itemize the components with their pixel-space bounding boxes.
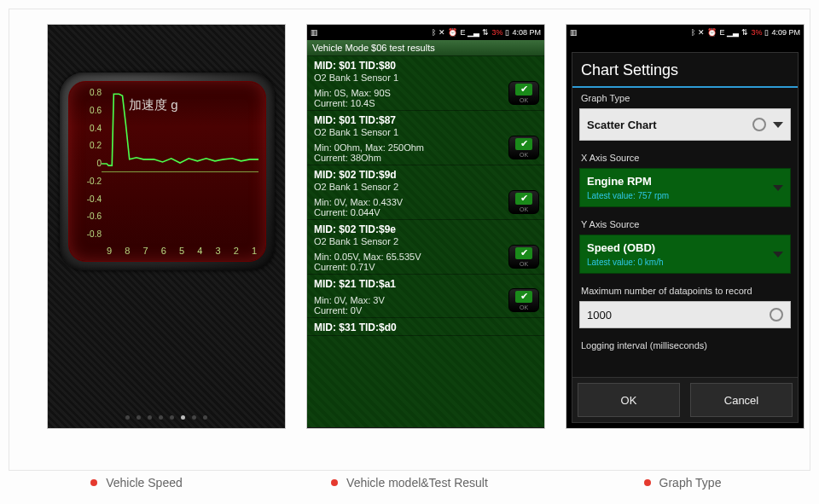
graph-type-spinner[interactable]: Scatter Chart <box>579 108 791 141</box>
result-block: MID: $01 TID:$87O2 Bank 1 Sensor 1Min: 0… <box>307 111 544 165</box>
status-bar: ▥ ᛒ ✕ ⏰ E ▁▃ ⇅ 3% ▯ 4:09 PM <box>566 25 804 40</box>
caption-2: Vehicle model&Test Result <box>346 476 488 490</box>
page-indicator[interactable] <box>48 415 285 420</box>
edge-icon: E <box>460 28 465 37</box>
wifi-icon: ⇅ <box>741 28 748 37</box>
label-x-axis: X Axis Source <box>572 148 798 165</box>
screen-title: Vehicle Mode $06 test results <box>307 40 544 56</box>
app-icon: ▥ <box>570 28 578 37</box>
battery-pct: 3% <box>751 28 762 37</box>
result-subtitle: O2 Bank 1 Sensor 1 <box>314 127 537 137</box>
result-values: Min: 0Ohm, Max: 250Ohm Current: 38Ohm <box>314 142 537 163</box>
gauge-x-axis: 1 2 3 4 5 6 7 8 9 <box>107 246 257 256</box>
gallery-frame: 加速度 g 0.8 0.6 0.4 0.2 0 -0.2 -0.4 -0.6 -… <box>9 9 810 471</box>
radio-icon <box>752 118 766 131</box>
label-logging-interval: Logging interval (milliseconds) <box>572 335 798 352</box>
x-axis-spinner[interactable]: Engine RPM Latest value: 757 rpm <box>579 168 791 207</box>
phone-screenshot-1: 加速度 g 0.8 0.6 0.4 0.2 0 -0.2 -0.4 -0.6 -… <box>47 24 286 429</box>
result-ok-button[interactable]: ✔OK <box>508 288 539 312</box>
result-ok-button[interactable]: ✔OK <box>508 190 539 214</box>
result-subtitle: O2 Bank 1 Sensor 1 <box>314 72 537 83</box>
result-subtitle: O2 Bank 1 Sensor 2 <box>314 182 537 192</box>
results-list[interactable]: MID: $01 TID:$80O2 Bank 1 Sensor 1Min: 0… <box>307 56 544 427</box>
result-block: MID: $21 TID:$a1Min: 0V, Max: 3V Current… <box>307 275 544 318</box>
result-ok-button[interactable]: ✔OK <box>508 81 539 105</box>
bluetooth-icon: ᛒ <box>432 28 436 37</box>
mute-icon: ✕ <box>439 28 445 37</box>
signal-icon: ▁▃ <box>468 28 479 37</box>
result-values: Min: 0V, Max: 0.433V Current: 0.044V <box>314 197 537 217</box>
result-header: MID: $01 TID:$87 <box>314 114 537 126</box>
result-values: Min: 0V, Max: 3V Current: 0V <box>314 295 537 316</box>
check-icon: ✔ <box>515 193 532 205</box>
phone-screenshot-2: ▥ ᛒ ✕ ⏰ E ▁▃ ⇅ 3% ▯ 4:08 PM Vehicle Mode… <box>306 24 545 429</box>
bullet-icon <box>644 479 651 486</box>
result-header: MID: $02 TID:$9d <box>314 169 537 181</box>
radio-icon <box>770 308 783 322</box>
bullet-icon <box>331 479 338 486</box>
gauge-panel: 加速度 g 0.8 0.6 0.4 0.2 0 -0.2 -0.4 -0.6 -… <box>60 72 275 270</box>
result-header: MID: $21 TID:$a1 <box>314 278 537 290</box>
check-icon: ✔ <box>515 291 532 303</box>
alarm-icon: ⏰ <box>448 28 457 37</box>
label-max-datapoints: Maximum number of datapoints to record <box>572 281 798 298</box>
label-y-axis: Y Axis Source <box>572 214 798 231</box>
bluetooth-icon: ᛒ <box>691 28 695 37</box>
result-block: MID: $02 TID:$9eO2 Bank 1 Sensor 2Min: 0… <box>307 220 544 275</box>
check-icon: ✔ <box>515 84 532 96</box>
cancel-button[interactable]: Cancel <box>690 383 793 417</box>
edge-icon: E <box>719 28 724 37</box>
app-icon: ▥ <box>311 28 318 37</box>
y-axis-spinner[interactable]: Speed (OBD) Latest value: 0 km/h <box>579 235 791 274</box>
result-header: MID: $31 TID:$d0 <box>314 322 537 333</box>
alarm-icon: ⏰ <box>707 28 717 37</box>
result-block: MID: $01 TID:$80O2 Bank 1 Sensor 1Min: 0… <box>307 56 544 111</box>
dialog-footer: OK Cancel <box>572 377 798 422</box>
ok-button[interactable]: OK <box>578 383 680 417</box>
result-values: Min: 0S, Max: 90S Current: 10.4S <box>314 88 537 108</box>
caption-3: Graph Type <box>659 476 722 490</box>
status-time: 4:09 PM <box>771 28 800 37</box>
wifi-icon: ⇅ <box>482 28 489 37</box>
result-ok-button[interactable]: ✔OK <box>508 136 539 159</box>
gauge-trace <box>102 89 258 239</box>
gauge-y-axis: 0.8 0.6 0.4 0.2 0 -0.2 -0.4 -0.6 -0.8 <box>71 89 102 239</box>
signal-icon: ▁▃ <box>727 28 739 37</box>
battery-icon: ▯ <box>505 28 509 37</box>
dialog-title: Chart Settings <box>572 53 798 88</box>
result-header: MID: $02 TID:$9e <box>314 223 537 235</box>
result-block: MID: $31 TID:$d0 <box>307 318 544 336</box>
chevron-down-icon <box>773 122 783 128</box>
caption-1: Vehicle Speed <box>106 476 183 490</box>
phone-screenshot-3: ▥ ᛒ ✕ ⏰ E ▁▃ ⇅ 3% ▯ 4:09 PM Chart Settin… <box>566 24 804 429</box>
status-time: 4:08 PM <box>512 28 541 37</box>
result-block: MID: $02 TID:$9dO2 Bank 1 Sensor 2Min: 0… <box>307 165 544 220</box>
chart-settings-dialog: Chart Settings Graph Type Scatter Chart … <box>572 52 799 423</box>
result-values: Min: 0.05V, Max: 65.535V Current: 0.71V <box>314 252 537 272</box>
chevron-down-icon <box>773 252 783 258</box>
result-ok-button[interactable]: ✔OK <box>508 245 539 269</box>
check-icon: ✔ <box>515 247 532 259</box>
check-icon: ✔ <box>515 138 532 150</box>
bullet-icon <box>90 479 97 486</box>
battery-icon: ▯ <box>764 28 769 37</box>
mute-icon: ✕ <box>698 28 705 37</box>
status-bar: ▥ ᛒ ✕ ⏰ E ▁▃ ⇅ 3% ▯ 4:08 PM <box>307 25 544 40</box>
battery-pct: 3% <box>491 28 502 37</box>
result-header: MID: $01 TID:$80 <box>314 60 537 72</box>
chevron-down-icon <box>773 185 783 191</box>
label-graph-type: Graph Type <box>572 88 798 105</box>
max-datapoints-field[interactable]: 1000 <box>579 301 791 328</box>
result-subtitle: O2 Bank 1 Sensor 2 <box>314 236 537 246</box>
captions-row: Vehicle Speed Vehicle model&Test Result … <box>0 476 819 490</box>
